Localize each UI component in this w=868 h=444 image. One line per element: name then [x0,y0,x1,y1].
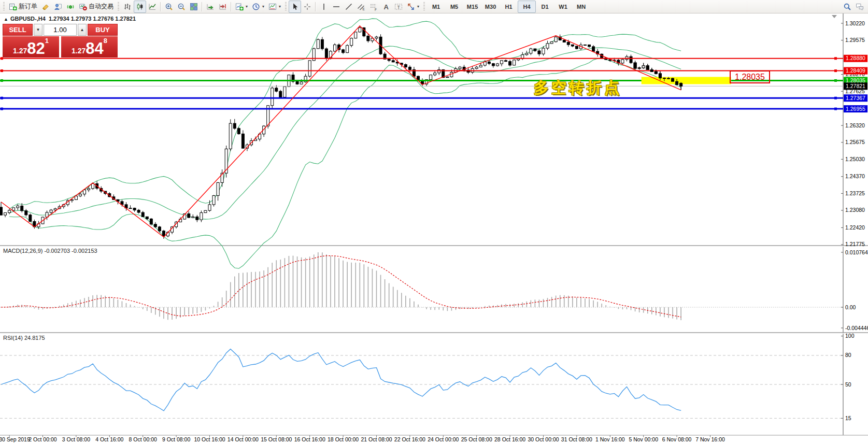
chart-shift-button[interactable] [217,1,229,13]
zoom-out-button[interactable] [175,1,188,13]
volume-decrease-button[interactable]: ▼ [34,24,42,36]
volume-increase-button[interactable]: ▲ [78,24,87,36]
time-tick-label: 18 Oct 00:00 [328,436,359,442]
buy-price-pip: 8 [104,37,107,45]
bollinger-band-line [9,46,681,219]
tile-windows-icon [190,3,198,11]
new-chart-button[interactable]: ▾ [233,1,250,13]
auto-scroll-button[interactable] [204,1,217,13]
collapse-panel-icon[interactable]: ▲ [4,17,8,22]
time-tick-label: 25 Oct 08:00 [461,436,492,442]
horizontal-line-button[interactable] [330,1,343,13]
axis-label: 80 [845,352,851,358]
price-callout-box[interactable]: 1.28035 [730,70,770,83]
bar-chart-button[interactable] [121,1,134,13]
fibonacci-button[interactable]: F [367,1,380,13]
signals-button[interactable] [64,1,77,13]
volume-input[interactable]: 1.00 [44,24,77,36]
new-order-icon [9,3,17,11]
line-handle[interactable] [1,108,3,110]
sell-button[interactable]: SELL [3,24,33,36]
time-tick-label: 7 Nov 16:00 [695,436,725,442]
chart-shift-marker[interactable] [832,15,837,18]
timeframe-m30-button[interactable]: M30 [481,1,500,13]
axis-label: 1.24370 [845,173,865,179]
new-order-button[interactable]: 新订单 [7,1,39,13]
one-click-trading-panel: SELL ▼ 1.00 ▲ BUY 1.27 82 1 1.27 84 8 [3,24,118,58]
equidistant-channel-button[interactable]: E [355,1,367,13]
rsi-line [1,349,681,411]
periods-icon [252,3,260,11]
templates-button[interactable]: ▾ [266,1,283,13]
periods-button[interactable]: ▾ [250,1,266,13]
dropdown-arrow-icon[interactable]: ▾ [417,4,419,9]
auto-scroll-icon [206,3,215,11]
zoom-in-button[interactable] [163,1,175,13]
toolbar-grip [118,2,119,11]
trendline-button[interactable] [343,1,355,13]
axis-label: 1.25030 [845,156,865,162]
line-handle[interactable] [834,97,837,99]
symbol-label: GBPUSD-,H4 [10,16,46,22]
timeframe-d1-button[interactable]: D1 [536,1,554,13]
top-toolbar: 新订单自动交易▾▾▾EFAT▾M1M5M15M30H1H4D1W1MN [0,0,868,13]
arrows-button[interactable]: ▾ [405,1,421,13]
time-tick-label: 8 Oct 00:00 [129,436,157,442]
cursor-button[interactable] [289,1,301,13]
candles-layer-top [634,61,682,90]
line-handle[interactable] [834,79,837,82]
line-handle[interactable] [1,97,3,99]
axis-label: 1.28880 [846,55,865,61]
main-price-pane[interactable] [0,19,843,268]
time-axis[interactable]: 30 Sep 20192 Oct 00:003 Oct 08:004 Oct 1… [0,435,725,442]
timeframe-h1-button[interactable]: H1 [500,1,518,13]
timeframe-m1-button[interactable]: M1 [427,1,445,13]
signals-icon [66,3,75,11]
sell-quote[interactable]: 1.27 82 1 [3,36,59,58]
terminal-button[interactable] [52,1,64,13]
line-handle[interactable] [834,108,837,110]
text-button[interactable]: A [380,1,392,13]
line-handle[interactable] [834,69,837,72]
line-handle[interactable] [1,79,3,82]
metaeditor-button[interactable] [39,1,52,13]
sell-price-pip: 1 [45,37,49,45]
autotrading-icon [79,3,87,11]
line-chart-button[interactable] [146,1,159,13]
time-tick-label: 6 Nov 08:00 [662,436,692,442]
time-tick-label: 31 Oct 08:00 [561,436,592,442]
tile-windows-button[interactable] [188,1,200,13]
timeframe-h4-button[interactable]: H4 [518,1,536,13]
timeframe-mn-button[interactable]: MN [572,1,590,13]
time-tick-label: 30 Sep 2019 [0,436,30,442]
autotrading-button[interactable]: 自动交易 [77,1,116,13]
buy-button[interactable]: BUY [88,24,118,36]
time-tick-label: 24 Oct 00:00 [428,436,459,442]
line-handle[interactable] [834,57,837,60]
cursor-icon [291,3,299,11]
line-handle[interactable] [1,69,3,72]
price-chart-canvas[interactable]: 1.302201.295751.282701.276251.263201.256… [0,0,868,444]
timeframe-m5-button[interactable]: M5 [445,1,463,13]
time-tick-label: 9 Oct 08:00 [162,436,190,442]
arrows-icon [407,3,415,11]
macd-pane[interactable] [0,252,843,320]
chat-button[interactable] [853,1,866,13]
timeframe-m15-button[interactable]: M15 [463,1,481,13]
timeframe-w1-button[interactable]: W1 [554,1,572,13]
buy-quote[interactable]: 1.27 84 8 [61,36,118,58]
dropdown-arrow-icon[interactable]: ▾ [262,4,264,9]
highlight-rectangle[interactable] [642,77,731,84]
toolbar-grip [3,2,5,11]
turning-point-annotation[interactable]: 多空转折点 [534,78,622,98]
line-handle[interactable] [1,57,3,60]
search-button[interactable] [841,1,853,13]
crosshair-button[interactable] [301,1,314,13]
dropdown-arrow-icon[interactable]: ▾ [279,4,281,9]
vertical-line-button[interactable] [318,1,330,13]
dropdown-arrow-icon[interactable]: ▾ [246,4,248,9]
time-tick-label: 3 Oct 08:00 [62,436,90,442]
text-label-button[interactable]: T [392,1,405,13]
candle-chart-button[interactable] [134,1,146,13]
rsi-pane[interactable] [0,349,843,419]
